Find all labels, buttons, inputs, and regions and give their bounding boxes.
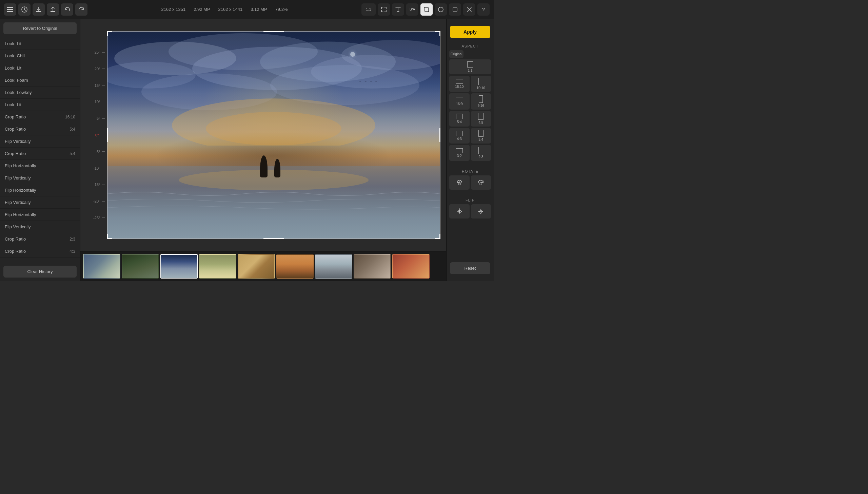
crop-corner-tr[interactable]: [435, 31, 440, 36]
erase-tool-button[interactable]: [463, 3, 475, 16]
history-item-14[interactable]: Flip Horizontally: [0, 209, 80, 221]
history-item-3[interactable]: Look: Foam: [0, 74, 80, 87]
apply-button[interactable]: Apply: [450, 26, 490, 38]
aspect-3-2-button[interactable]: 3:2: [449, 145, 470, 161]
history-item-5[interactable]: Look: Lit: [0, 99, 80, 111]
flip-vertical-button[interactable]: [471, 204, 491, 218]
ruler-tick-label: -15°: [93, 183, 100, 187]
history-item-9[interactable]: Crop Ratio5:4: [0, 148, 80, 160]
ruler-tick-line: [102, 69, 105, 69]
aspect-9-16-button[interactable]: 9:16: [471, 93, 491, 110]
aspect-4-3-label: 4:3: [457, 137, 462, 141]
history-item-7[interactable]: Crop Ratio5:4: [0, 123, 80, 135]
history-item-6[interactable]: Crop Ratio16:10: [0, 111, 80, 123]
aspect-original-label: Original: [451, 52, 462, 56]
rotate-ccw-button[interactable]: [449, 175, 470, 190]
history-item-badge-6: 16:10: [65, 115, 75, 119]
history-item-label-8: Flip Vertically: [5, 139, 31, 144]
thumbnail-7[interactable]: [315, 254, 352, 279]
history-item-13[interactable]: Flip Vertically: [0, 196, 80, 209]
ruler-tick-15deg: 15°: [88, 83, 105, 88]
thumbnail-1[interactable]: [83, 254, 120, 279]
ratio-button[interactable]: 1:1: [361, 3, 376, 16]
ruler-tick-5deg: 5°: [88, 116, 105, 120]
thumbnail-3[interactable]: [160, 254, 198, 279]
aspect-16-10-button[interactable]: 16:10: [449, 76, 470, 92]
aspect-4-5-button[interactable]: 4:5: [471, 111, 491, 127]
thumbnail-5[interactable]: [238, 254, 275, 279]
thumbnail-4[interactable]: [199, 254, 236, 279]
history-item-11[interactable]: Flip Vertically: [0, 172, 80, 184]
history-item-4[interactable]: Look: Lowkey: [0, 87, 80, 99]
ruler-tick--10deg: -10°: [88, 166, 105, 170]
clear-history-button[interactable]: Clear History: [3, 266, 77, 278]
undo-button[interactable]: [61, 3, 73, 16]
aspect-1-1-button[interactable]: 1:1: [449, 59, 491, 74]
history-item-label-2: Look: Lit: [5, 65, 21, 71]
moon: [350, 52, 355, 57]
aspect-4-3-button[interactable]: 4:3: [449, 128, 470, 144]
aspect-5-4-button[interactable]: 5:4: [449, 111, 470, 127]
download-button[interactable]: [33, 3, 45, 16]
crop-handle-right[interactable]: [439, 128, 440, 142]
crop-corner-br[interactable]: [435, 234, 440, 239]
flip-horizontal-button[interactable]: [449, 204, 470, 218]
history-item-label-9: Crop Ratio: [5, 151, 26, 156]
history-item-0[interactable]: Look: Lit: [0, 38, 80, 50]
history-item-2[interactable]: Look: Lit: [0, 62, 80, 74]
crop-handle-left[interactable]: [107, 128, 108, 142]
revert-to-original-button[interactable]: Revert to Original: [3, 22, 77, 34]
ruler-tick-label: 5°: [97, 116, 100, 120]
aspect-3-4-button[interactable]: 3:4: [471, 128, 491, 144]
text-tool-button[interactable]: [392, 3, 404, 16]
ruler-tick--15deg: -15°: [88, 183, 105, 187]
aspect-original-button[interactable]: Original: [449, 50, 463, 58]
ruler-tick-10deg: 10°: [88, 100, 105, 104]
aspect-16-9-button[interactable]: 16:9: [449, 93, 470, 110]
crop-corner-bl[interactable]: [107, 234, 112, 239]
aspect-10-16-button[interactable]: 10:16: [471, 76, 491, 92]
redo-button[interactable]: [75, 3, 87, 16]
thumbnail-9[interactable]: [392, 254, 430, 279]
svg-rect-2: [7, 11, 13, 12]
circle-tool-button[interactable]: [435, 3, 447, 16]
silhouette-2: [274, 159, 280, 177]
history-item-1[interactable]: Look: Chill: [0, 50, 80, 62]
crop-tool-button[interactable]: [420, 3, 433, 16]
rotate-label: ROTATE: [447, 167, 494, 175]
reset-button[interactable]: Reset: [450, 262, 490, 274]
share-button[interactable]: [47, 3, 59, 16]
image-canvas[interactable]: ⌣ ⌣ ⌣ ⌣: [107, 31, 440, 239]
ba-tool-button[interactable]: B/A: [406, 3, 418, 16]
menu-button[interactable]: [4, 3, 16, 16]
history-item-8[interactable]: Flip Vertically: [0, 135, 80, 148]
canvas-wrapper: 25°20°15°10°5°0°-5°-10°-15°-20°-25°: [80, 19, 446, 251]
ruler-tick-line: [102, 102, 105, 102]
history-item-16[interactable]: Crop Ratio2:3: [0, 233, 80, 245]
rotate-buttons: [447, 175, 494, 192]
aspect-10-16-label: 10:16: [477, 86, 485, 90]
fullscreen-button[interactable]: [378, 3, 390, 16]
ruler-tick-20deg: 20°: [88, 67, 105, 71]
aspect-16-9-icon: [456, 97, 463, 101]
history-icon-button[interactable]: [18, 3, 31, 16]
thumbnail-8[interactable]: [354, 254, 391, 279]
crop-handle-top[interactable]: [263, 31, 284, 32]
history-item-badge-7: 5:4: [70, 127, 75, 132]
aspect-16-10-icon: [456, 79, 463, 84]
thumbnail-2[interactable]: [122, 254, 159, 279]
crop-corner-tl[interactable]: [107, 31, 112, 36]
thumbnail-6[interactable]: [276, 254, 314, 279]
topbar-left: [4, 3, 87, 16]
ruler-tick-label: -20°: [93, 199, 100, 203]
help-button[interactable]: ?: [477, 3, 490, 16]
history-item-17[interactable]: Crop Ratio4:3: [0, 245, 80, 258]
history-item-12[interactable]: Flip Horizontally: [0, 184, 80, 196]
image-dimensions-current: 2162 x 1441: [218, 7, 243, 12]
history-item-10[interactable]: Flip Horizontally: [0, 160, 80, 172]
rotate-cw-button[interactable]: [471, 175, 491, 190]
aspect-2-3-button[interactable]: 2:3: [471, 145, 491, 161]
history-item-15[interactable]: Flip Vertically: [0, 221, 80, 233]
crop-handle-bottom[interactable]: [263, 238, 284, 239]
rect-tool-button[interactable]: [449, 3, 461, 16]
